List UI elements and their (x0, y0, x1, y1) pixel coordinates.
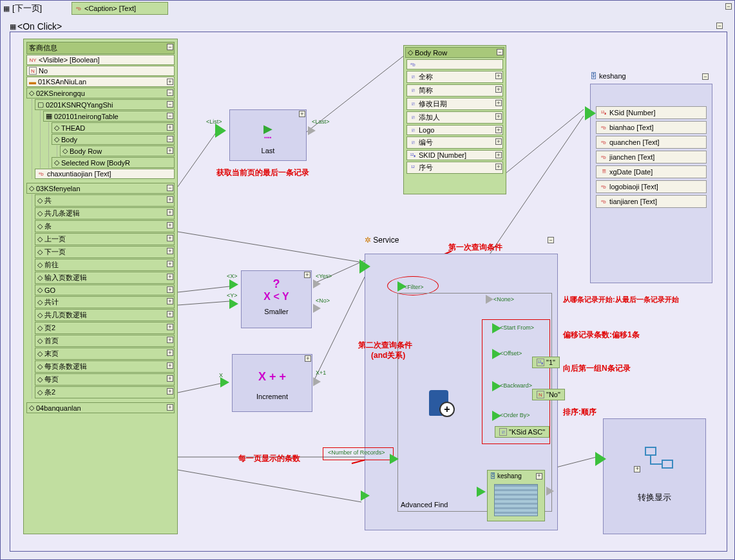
port-out-icon[interactable] (308, 126, 316, 135)
tree-fenyelan[interactable]: ◇ 03KSfenyelan − (26, 183, 175, 194)
keshang-field[interactable]: ¹²₃KSid [Number] (596, 106, 707, 119)
expand-icon[interactable]: + (495, 163, 502, 170)
collapse-icon[interactable]: − (725, 3, 732, 10)
keshang-field[interactable]: ᵃbquanchen [Text] (596, 136, 707, 149)
onclick-collapse-icon[interactable]: − (716, 23, 723, 29)
convert-block[interactable]: + 转换显示 (603, 418, 706, 534)
expand-icon[interactable]: + (167, 388, 173, 395)
expand-icon[interactable]: + (167, 235, 173, 241)
collapse-icon[interactable]: − (167, 101, 173, 107)
service-in-icon[interactable] (359, 259, 370, 274)
backward-value[interactable]: N "No" (532, 389, 565, 400)
port-backward-icon[interactable] (492, 381, 501, 391)
port-yes-icon[interactable] (313, 279, 321, 288)
tree-no[interactable]: N No (26, 66, 175, 76)
keshang-collapse[interactable]: − (702, 73, 709, 80)
keshang-field[interactable]: ᵃbtianjiaren [Text] (596, 195, 707, 208)
tree-bodyrow[interactable]: ◇ Body Row + (60, 145, 175, 156)
tree-fenye-item[interactable]: ◇下一页+ (35, 246, 175, 258)
tree-thead[interactable]: ◇ THEAD + (52, 122, 175, 133)
collapse-icon[interactable]: − (167, 136, 173, 142)
port-y-icon[interactable] (229, 299, 238, 309)
tree-fenye-item[interactable]: ◇条2+ (35, 386, 175, 398)
tree-fenye-item[interactable]: ◇前往+ (35, 259, 175, 271)
expand-icon[interactable]: + (167, 79, 173, 85)
expand-icon[interactable]: + (167, 298, 173, 304)
expand-icon[interactable]: + (167, 375, 173, 382)
tree-fenye-item[interactable]: ◇每页+ (35, 373, 175, 386)
tree-fenye-item[interactable]: ◇条+ (35, 220, 175, 232)
keshang-field[interactable]: ᵃbbianhao [Text] (596, 121, 707, 134)
expand-icon[interactable]: + (167, 222, 173, 229)
tree-fenye-item[interactable]: ◇页2+ (35, 322, 175, 334)
keshang-in-icon[interactable] (585, 106, 596, 120)
last-block[interactable]: + ▶ ▪▪▪▪ Last (229, 109, 307, 161)
offset-value[interactable]: ¹²₃ "1" (532, 357, 560, 368)
collapse-icon[interactable]: − (167, 185, 173, 191)
tree-anniulan[interactable]: ▬ 01KSAnNiuLan + (26, 77, 175, 87)
tree-banquan[interactable]: ◇ 04banquanlan + (26, 402, 175, 413)
tree-neirongqu[interactable]: ◇ 02KSneirongqu − (26, 88, 175, 98)
tree-selectedrow[interactable]: ◇ Selected Row [BodyR (52, 157, 175, 168)
port-numrecords-icon[interactable] (390, 454, 399, 464)
bodyrow-item[interactable]: ⎚全称+ (406, 71, 503, 83)
keshang-field[interactable]: ᵃbjianchen [Text] (596, 151, 707, 163)
expand-icon[interactable]: + (167, 274, 173, 280)
tree-body[interactable]: ◇ Body − (52, 134, 175, 145)
port-startfrom-icon[interactable] (492, 323, 501, 333)
expand-icon[interactable]: + (495, 138, 502, 145)
bodyrow-item[interactable]: ⎚简称+ (406, 84, 503, 97)
expand-icon[interactable]: + (495, 113, 502, 120)
tree-neirongtable[interactable]: ▦ 020101neirongTable − (43, 111, 175, 122)
port-x-icon[interactable] (229, 279, 238, 290)
tree-chaxun[interactable]: ᵃb chaxuntiaojian [Text] (35, 169, 175, 179)
expand-icon[interactable]: + (304, 272, 310, 278)
tree-fenye-item[interactable]: ◇共计+ (35, 296, 175, 308)
tree-fenye-item[interactable]: ◇上一页+ (35, 233, 175, 245)
increment-block[interactable]: + X + + Increment (232, 354, 312, 412)
tree-yangshi[interactable]: ▢ 0201KSNRQYangShi − (35, 99, 175, 110)
collapse-icon[interactable]: − (497, 49, 503, 55)
collapse-icon[interactable]: − (167, 44, 173, 50)
expand-icon[interactable]: + (167, 362, 173, 369)
expand-icon[interactable]: + (167, 286, 173, 293)
expand-icon[interactable]: + (495, 73, 502, 79)
port-orderby-icon[interactable] (492, 411, 501, 421)
keshang-mini-out-icon[interactable] (546, 487, 554, 496)
orderby-value[interactable]: ⎚ "KSid ASC" (495, 426, 549, 438)
keshang-field[interactable]: 𝄜xgDate [Date] (596, 165, 707, 178)
port-no-icon[interactable] (313, 304, 321, 313)
convert-in-icon[interactable] (595, 452, 606, 466)
expand-icon[interactable]: + (167, 324, 173, 330)
collapse-icon[interactable]: − (167, 113, 173, 119)
expand-icon[interactable]: + (634, 466, 640, 472)
keshang-field[interactable]: ᵃblogobiaoji [Text] (596, 180, 707, 193)
expand-icon[interactable]: + (167, 147, 173, 154)
bodyrow-item[interactable]: ⎚修改日期+ (406, 98, 503, 110)
port-offset-icon[interactable] (492, 349, 501, 359)
bodyrow-title[interactable]: ◇ Body Row − (405, 47, 504, 58)
port-none-icon[interactable] (486, 295, 493, 304)
expand-icon[interactable]: + (167, 248, 173, 254)
expand-icon[interactable]: + (299, 111, 305, 117)
expand-icon[interactable]: + (167, 261, 173, 267)
expand-icon[interactable]: + (167, 337, 173, 343)
expand-icon[interactable]: + (495, 152, 502, 158)
expand-icon[interactable]: + (495, 86, 502, 93)
tree-fenye-item[interactable]: ◇每页条数逻辑+ (35, 360, 175, 373)
tree-fenye-item[interactable]: ◇共几页数逻辑+ (35, 309, 175, 321)
expand-icon[interactable]: + (495, 127, 502, 133)
tree-panel-title[interactable]: 客商信息 − (26, 42, 175, 54)
tree-fenye-item[interactable]: ◇共几条逻辑+ (35, 207, 175, 219)
tree-visible[interactable]: NY <Visible> [Boolean] (26, 55, 175, 65)
port-in-icon[interactable] (215, 124, 226, 138)
expand-icon[interactable]: + (167, 404, 173, 411)
expand-icon[interactable]: + (167, 196, 173, 203)
expand-icon[interactable]: + (167, 124, 173, 131)
caption-field[interactable]: ᵃb <Caption> [Text] (72, 2, 168, 15)
bodyrow-item[interactable]: ⎚Logo+ (406, 125, 503, 135)
expand-icon[interactable]: + (536, 473, 542, 480)
port-x2-icon[interactable] (220, 377, 229, 387)
service-collapse[interactable]: − (548, 237, 554, 243)
bodyrow-item[interactable]: ¹²₃SKID [Number]+ (406, 150, 503, 160)
